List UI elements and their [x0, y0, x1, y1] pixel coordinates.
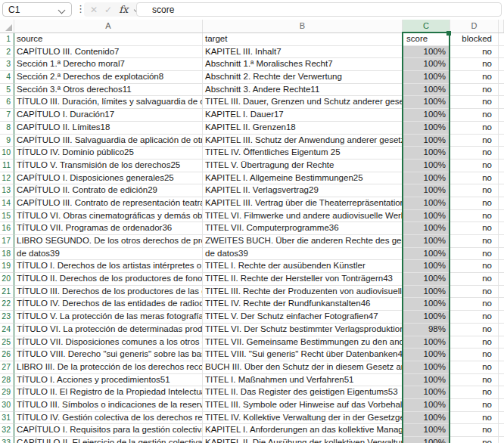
- cell-source[interactable]: CAPÍTULO II. Límites18: [14, 122, 203, 135]
- cell-target[interactable]: KAPITEL II. Grenzen18: [203, 122, 403, 135]
- row-number[interactable]: 21: [0, 286, 14, 299]
- cell-empty[interactable]: [499, 324, 504, 336]
- cell-score[interactable]: 100%: [403, 412, 450, 425]
- cell-source[interactable]: CAPÍTULO I. Duración17: [14, 109, 203, 122]
- cell-source[interactable]: TÍTULO IV. Gestión colectiva de los dere…: [14, 412, 203, 425]
- row-number[interactable]: 4: [0, 71, 14, 84]
- cell-empty[interactable]: [499, 222, 504, 235]
- cell-blocked[interactable]: blocked: [450, 33, 499, 46]
- cell-source[interactable]: CAPÍTULO III. Salvaguardia de aplicación…: [14, 135, 203, 147]
- column-header-b[interactable]: B: [203, 20, 403, 33]
- row-number[interactable]: 32: [0, 424, 14, 437]
- cell-target[interactable]: TITEL III. Dauer, Grenzen und Schutz and…: [203, 96, 403, 109]
- row-number[interactable]: 11: [0, 160, 14, 172]
- cell-score[interactable]: 100%: [403, 58, 450, 71]
- cell-empty[interactable]: [499, 58, 504, 71]
- cancel-icon[interactable]: ✕: [90, 5, 98, 15]
- cell-target[interactable]: TITEL IV. Öffentliches Eigentum 25: [203, 147, 403, 160]
- chevron-down-icon[interactable]: [58, 7, 66, 14]
- cell-source[interactable]: TÍTULO II. Derechos de los productores d…: [14, 273, 203, 286]
- cell-target[interactable]: TITEL VII. Gemeinsame Bestimmungen zu de…: [203, 336, 403, 349]
- cell-empty[interactable]: [499, 235, 504, 248]
- cell-score[interactable]: 100%: [403, 336, 450, 349]
- cell-blocked[interactable]: no: [450, 273, 499, 286]
- cell-empty[interactable]: [499, 197, 504, 210]
- active-cell-score[interactable]: score: [403, 33, 450, 46]
- cell-score[interactable]: 100%: [403, 96, 450, 109]
- cell-score[interactable]: 100%: [403, 135, 450, 147]
- cell-target[interactable]: TITEL VI. Der Schutz bestimmter Verlagsp…: [203, 324, 403, 336]
- cell-score[interactable]: 100%: [403, 399, 450, 412]
- row-number[interactable]: 9: [0, 135, 14, 147]
- cell-score[interactable]: 100%: [403, 222, 450, 235]
- cell-blocked[interactable]: no: [450, 96, 499, 109]
- cell-blocked[interactable]: no: [450, 374, 499, 387]
- cell-source[interactable]: Sección 1.ª Derecho moral7: [14, 58, 203, 71]
- cell-source[interactable]: TÍTULO VII. Programas de ordenador36: [14, 222, 203, 235]
- cell-source[interactable]: source: [14, 33, 203, 46]
- cell-empty[interactable]: [499, 286, 504, 299]
- cell-target[interactable]: Abschnitt 2. Rechte der Verwertung: [203, 71, 403, 84]
- cell-source[interactable]: Sección 2.ª Derechos de explotación8: [14, 71, 203, 84]
- cell-empty[interactable]: [499, 33, 504, 46]
- row-number[interactable]: 3: [0, 58, 14, 71]
- cell-source[interactable]: TÍTULO I. Derechos de los artistas intér…: [14, 260, 203, 273]
- cell-blocked[interactable]: no: [450, 71, 499, 84]
- row-number[interactable]: 29: [0, 386, 14, 399]
- cell-score[interactable]: 100%: [403, 46, 450, 59]
- cell-source[interactable]: TÍTULO IV. Dominio público25: [14, 147, 203, 160]
- cell-score[interactable]: 100%: [403, 160, 450, 172]
- cell-score[interactable]: 100%: [403, 184, 450, 197]
- cell-blocked[interactable]: no: [450, 336, 499, 349]
- row-number[interactable]: 19: [0, 260, 14, 273]
- cell-blocked[interactable]: no: [450, 311, 499, 324]
- row-number[interactable]: 6: [0, 96, 14, 109]
- cell-score[interactable]: 100%: [403, 286, 450, 299]
- cell-blocked[interactable]: no: [450, 122, 499, 135]
- cell-blocked[interactable]: no: [450, 184, 499, 197]
- cell-source[interactable]: CAPÍTULO I. Requisitos para la gestión c…: [14, 424, 203, 437]
- cell-blocked[interactable]: no: [450, 235, 499, 248]
- cell-score[interactable]: 100%: [403, 298, 450, 311]
- cell-empty[interactable]: [499, 361, 504, 374]
- cell-score[interactable]: 100%: [403, 386, 450, 399]
- row-number[interactable]: 24: [0, 324, 14, 336]
- cell-target[interactable]: BUCH III. Über den Schutz der in diesem …: [203, 361, 403, 374]
- cell-target[interactable]: de datos39: [203, 248, 403, 261]
- column-header-a[interactable]: A: [14, 20, 203, 33]
- cell-blocked[interactable]: no: [450, 361, 499, 374]
- cell-source[interactable]: TÍTULO V. La protección de las meras fot…: [14, 311, 203, 324]
- cell-target[interactable]: TITEL III. Rechte der Produzenten von au…: [203, 286, 403, 299]
- cell-source[interactable]: CAPÍTULO II. Contrato de edición29: [14, 184, 203, 197]
- cell-empty[interactable]: [499, 135, 504, 147]
- cell-target[interactable]: TITEL II. Das Register des geistigen Eig…: [203, 386, 403, 399]
- row-number[interactable]: 1: [0, 33, 14, 46]
- cell-blocked[interactable]: no: [450, 324, 499, 336]
- name-box[interactable]: C1: [2, 2, 72, 17]
- cell-empty[interactable]: [499, 172, 504, 185]
- cell-blocked[interactable]: no: [450, 298, 499, 311]
- cell-target[interactable]: Abschnitt 1.ª Moralisches Recht7: [203, 58, 403, 71]
- cell-target[interactable]: TITEL V. Übertragung der Rechte: [203, 160, 403, 172]
- row-number[interactable]: 10: [0, 147, 14, 160]
- cell-empty[interactable]: [499, 374, 504, 387]
- cell-target[interactable]: KAPITEL I. Anforderungen an das kollekti…: [203, 424, 403, 437]
- row-number[interactable]: 2: [0, 46, 14, 59]
- cell-score[interactable]: 100%: [403, 235, 450, 248]
- row-number[interactable]: 25: [0, 336, 14, 349]
- cell-empty[interactable]: [499, 349, 504, 361]
- row-number[interactable]: 22: [0, 298, 14, 311]
- cell-empty[interactable]: [499, 386, 504, 399]
- cell-empty[interactable]: [499, 109, 504, 122]
- row-number[interactable]: 16: [0, 222, 14, 235]
- cell-blocked[interactable]: no: [450, 248, 499, 261]
- cell-source[interactable]: TÍTULO VII. Disposiciones comunes a los …: [14, 336, 203, 349]
- cell-target[interactable]: KAPITEL III. Inhalt7: [203, 46, 403, 59]
- cell-blocked[interactable]: no: [450, 437, 499, 443]
- cell-blocked[interactable]: no: [450, 210, 499, 223]
- cell-score[interactable]: 100%: [403, 374, 450, 387]
- cell-blocked[interactable]: no: [450, 386, 499, 399]
- cell-target[interactable]: TITEL VI. Filmwerke und andere audiovisu…: [203, 210, 403, 223]
- cell-score[interactable]: 98%: [403, 324, 450, 336]
- cell-source[interactable]: TÍTULO V. Transmisión de los derechos25: [14, 160, 203, 172]
